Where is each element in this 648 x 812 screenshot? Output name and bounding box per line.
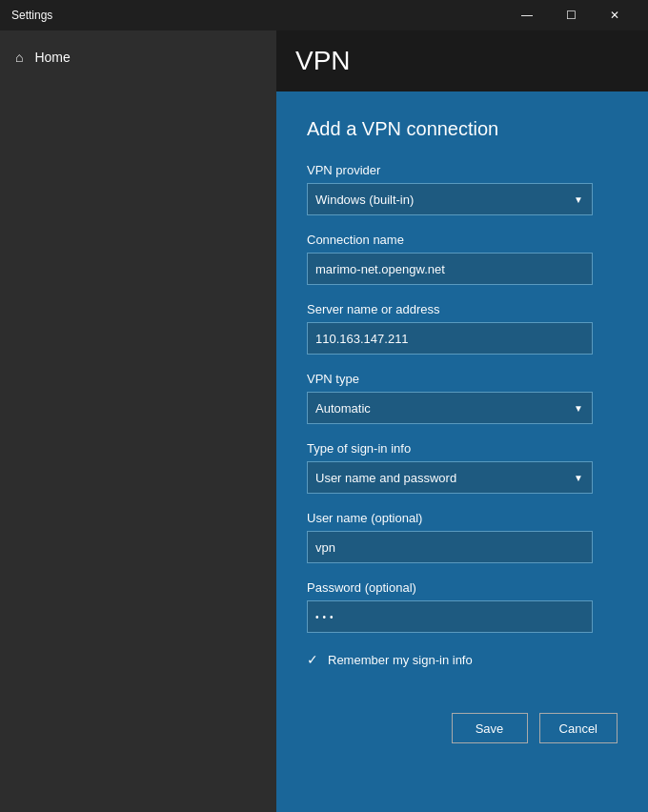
connection-name-label: Connection name xyxy=(307,233,618,247)
window: Settings — ☐ ✕ ⌂ Home VPN Add a VPN conn… xyxy=(0,0,648,812)
form-title: Add a VPN connection xyxy=(307,118,618,140)
server-input[interactable] xyxy=(307,322,593,355)
password-label: Password (optional) xyxy=(307,580,618,595)
password-input[interactable] xyxy=(307,600,593,633)
cancel-button[interactable]: Cancel xyxy=(539,713,618,743)
window-title: Settings xyxy=(11,9,52,22)
sidebar-item-home[interactable]: ⌂ Home xyxy=(0,38,276,76)
home-icon: ⌂ xyxy=(15,50,23,65)
vpn-type-group: VPN type Automatic ▼ xyxy=(307,372,618,424)
signin-type-select[interactable]: User name and password xyxy=(307,461,593,494)
form-area: Add a VPN connection VPN provider Window… xyxy=(276,91,648,774)
titlebar: Settings — ☐ ✕ xyxy=(0,0,648,30)
signin-type-wrapper: User name and password ▼ xyxy=(307,461,593,494)
connection-name-group: Connection name xyxy=(307,233,618,285)
vpn-provider-group: VPN provider Windows (built-in) ▼ xyxy=(307,163,618,215)
content-area: VPN Add a VPN connection VPN provider Wi… xyxy=(276,30,648,812)
vpn-type-select[interactable]: Automatic xyxy=(307,392,593,424)
remember-signin-row: ✓ Remember my sign-in info xyxy=(307,652,618,667)
close-button[interactable]: ✕ xyxy=(593,0,637,30)
server-label: Server name or address xyxy=(307,302,618,316)
username-group: User name (optional) xyxy=(307,511,618,563)
checkbox-check-icon: ✓ xyxy=(307,652,318,667)
server-group: Server name or address xyxy=(307,302,618,355)
username-input[interactable] xyxy=(307,531,593,563)
main-layout: ⌂ Home VPN Add a VPN connection VPN prov… xyxy=(0,30,648,812)
sidebar: ⌂ Home xyxy=(0,30,276,812)
vpn-provider-select[interactable]: Windows (built-in) xyxy=(307,183,593,215)
maximize-button[interactable]: ☐ xyxy=(549,0,593,30)
vpn-type-wrapper: Automatic ▼ xyxy=(307,392,593,424)
vpn-type-label: VPN type xyxy=(307,372,618,386)
signin-type-group: Type of sign-in info User name and passw… xyxy=(307,441,618,494)
vpn-provider-label: VPN provider xyxy=(307,163,618,177)
username-label: User name (optional) xyxy=(307,511,618,525)
buttons-row: Save Cancel xyxy=(307,713,618,743)
signin-type-label: Type of sign-in info xyxy=(307,441,618,456)
save-button[interactable]: Save xyxy=(452,713,528,743)
minimize-button[interactable]: — xyxy=(505,0,549,30)
vpn-provider-wrapper: Windows (built-in) ▼ xyxy=(307,183,593,215)
password-group: Password (optional) xyxy=(307,580,618,633)
connection-name-input[interactable] xyxy=(307,253,593,285)
remember-signin-label: Remember my sign-in info xyxy=(328,653,473,667)
sidebar-item-home-label: Home xyxy=(34,50,70,65)
page-title: VPN xyxy=(295,46,351,75)
window-controls: — ☐ ✕ xyxy=(505,0,637,30)
vpn-header: VPN xyxy=(276,30,648,91)
